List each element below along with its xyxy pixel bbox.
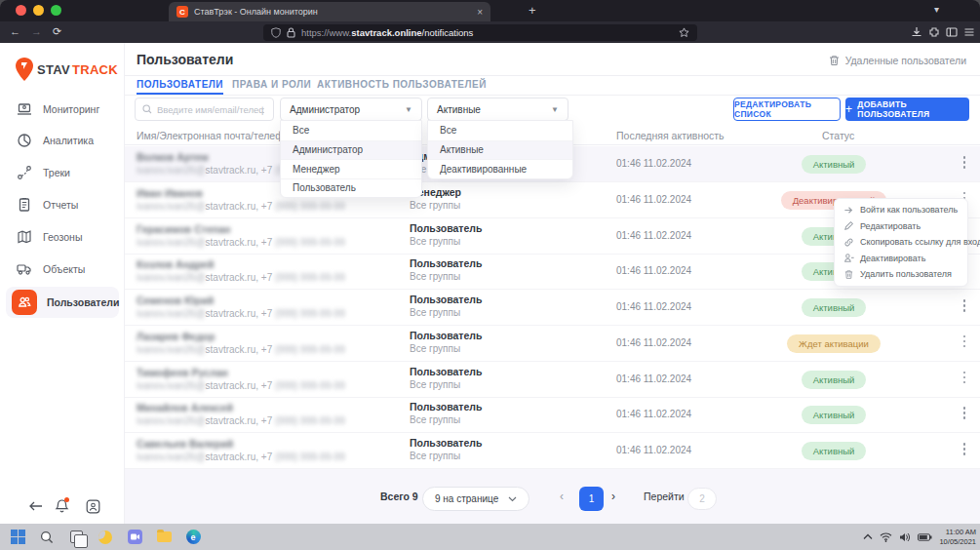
last-activity: 01:46 11.02.2024 [616, 194, 691, 205]
table-row[interactable]: Семенов Юрийivanov.ivan26@stavtrack.ru, … [125, 290, 980, 326]
shield-icon[interactable] [271, 27, 281, 38]
new-tab-button[interactable]: + [529, 3, 536, 18]
context-menu-label: Деактивировать [860, 254, 925, 263]
clock-date: 10/05/2021 [939, 537, 976, 546]
profile-icon[interactable] [86, 499, 100, 514]
file-explorer-button[interactable] [152, 526, 176, 549]
row-kebab-menu-icon[interactable] [959, 443, 970, 458]
sidebar-toggle-icon[interactable] [946, 26, 958, 38]
next-page-button[interactable]: › [611, 469, 615, 524]
tray-expand-chevron-icon[interactable] [863, 533, 873, 540]
row-kebab-menu-icon[interactable] [959, 372, 970, 387]
sidebar-item-geozones[interactable]: Геозоны [6, 222, 119, 252]
phone-blurred: (999) 999-99-99 [275, 415, 345, 426]
window-minimize-icon[interactable] [33, 5, 44, 16]
window-zoom-icon[interactable] [51, 5, 61, 16]
bookmark-star-icon[interactable] [679, 27, 689, 38]
email-blurred: ivanov.ivan26@ [137, 415, 206, 426]
email-visible: stavtrack.ru, +7 [206, 380, 275, 391]
windows-taskbar: e 11:00 AM 10/05/2021 [0, 524, 980, 550]
menu-option[interactable]: Активные [428, 140, 572, 160]
phone-blurred: (999) 999-99-99 [275, 237, 345, 248]
table-row[interactable]: Тимофеев Русланivanov.ivan26@stavtrack.r… [125, 362, 980, 398]
task-view-button[interactable] [64, 526, 88, 549]
menu-option[interactable]: Администратор [281, 140, 421, 160]
email-visible: stavtrack.ru, +7 [206, 201, 275, 212]
status-badge: Активный [802, 442, 867, 460]
address-bar[interactable]: https://www.stavtrack.online/notificatio… [263, 24, 697, 41]
context-menu-label: Скопировать ссылку для входа [860, 237, 980, 247]
taskbar-clock[interactable]: 11:00 AM 10/05/2021 [939, 528, 976, 546]
goto-page-input[interactable]: 2 [687, 488, 717, 510]
extensions-icon[interactable] [928, 26, 940, 38]
login-arrow-icon [843, 205, 854, 216]
last-activity: 01:46 11.02.2024 [616, 337, 691, 348]
sidebar-item-tracks[interactable]: Треки [6, 158, 119, 187]
user-contact: ivanov.ivan26@stavtrack.ru, +7 (999) 999… [137, 201, 345, 212]
user-role: Пользователь [410, 257, 482, 269]
forward-button[interactable]: → [31, 25, 42, 37]
current-page-button[interactable]: 1 [579, 487, 604, 511]
table-row[interactable]: Савельев Валерийivanov.ivan26@stavtrack.… [125, 433, 980, 469]
back-button[interactable]: ← [10, 25, 20, 37]
table-row[interactable]: Михайлов Алексейivanov.ivan26@stavtrack.… [125, 397, 980, 433]
row-kebab-menu-icon[interactable] [959, 299, 970, 315]
table-row[interactable]: Лазарев Федорivanov.ivan26@stavtrack.ru,… [125, 326, 980, 362]
reload-button[interactable]: ⟳ [53, 25, 61, 38]
row-kebab-menu-icon[interactable] [959, 156, 970, 172]
context-menu-item[interactable]: Редактировать [835, 218, 967, 235]
tab-favicon: С [176, 6, 188, 18]
context-menu-item[interactable]: Войти как пользователь [835, 202, 967, 218]
menu-option[interactable]: Все [281, 121, 421, 140]
last-activity: 01:46 11.02.2024 [616, 445, 691, 455]
lock-icon[interactable] [287, 27, 295, 38]
sidebar-item-reports[interactable]: Отчеты [6, 190, 119, 219]
user-role: Пользователь [410, 222, 482, 234]
volume-icon[interactable] [899, 532, 911, 542]
sidebar-item-users[interactable]: Пользователи [6, 287, 119, 318]
sidebar-item-monitoring[interactable]: Мониторинг [6, 95, 119, 124]
edge-browser-button[interactable]: e [181, 526, 205, 549]
widgets-button[interactable] [94, 526, 117, 549]
tab-list-chevron-icon[interactable]: ▾ [934, 4, 939, 15]
status-cell: Активный [761, 370, 907, 389]
row-kebab-menu-icon[interactable] [959, 407, 970, 422]
stavtrack-logo: STAVTRACK [14, 57, 118, 82]
prev-page-button[interactable]: ‹ [560, 469, 564, 524]
sidebar-item-analytics[interactable]: Аналитика [6, 126, 119, 155]
email-visible: stavtrack.ru, +7 [206, 344, 275, 355]
browser-toolbar: ← → ⟳ https://www.stavtrack.online/notif… [0, 21, 980, 43]
start-button[interactable] [6, 526, 29, 549]
download-icon[interactable] [911, 26, 922, 38]
sidebar-item-objects[interactable]: Объекты [6, 255, 119, 284]
window-close-icon[interactable] [16, 5, 26, 16]
status-badge: Активный [802, 155, 867, 174]
menu-option[interactable]: Пользователь [281, 178, 421, 198]
battery-icon[interactable] [918, 533, 932, 541]
menu-hamburger-icon[interactable] [963, 26, 975, 38]
row-context-menu: Войти как пользовательРедактироватьСкопи… [834, 198, 968, 287]
collapse-sidebar-icon[interactable] [29, 500, 43, 512]
menu-option[interactable]: Деактивированные [428, 159, 572, 178]
teams-chat-button[interactable] [123, 526, 146, 549]
status-cell: Активный [761, 154, 907, 174]
browser-tab[interactable]: С СтавТрэк - Онлайн мониторин × [169, 2, 490, 21]
context-menu-label: Удалить пользователя [860, 269, 952, 279]
context-menu-label: Войти как пользователь [860, 205, 958, 215]
tab-close-icon[interactable]: × [477, 7, 483, 18]
menu-option[interactable]: Менеджер [281, 159, 421, 178]
context-menu-item[interactable]: Деактивировать [835, 251, 967, 267]
phone-blurred: (999) 999-99-99 [275, 308, 345, 319]
context-menu-item[interactable]: Скопировать ссылку для входа [835, 234, 967, 251]
logo-pin-icon [14, 57, 35, 82]
taskbar-search-button[interactable] [35, 526, 59, 549]
wifi-icon[interactable] [880, 532, 892, 542]
context-menu-item[interactable]: Удалить пользователя [835, 266, 967, 283]
menu-option[interactable]: Все [428, 121, 572, 140]
chevron-down-icon [508, 496, 517, 502]
phone-blurred: (999) 999-99-99 [275, 452, 345, 462]
phone-blurred: (999) 999-99-99 [275, 344, 345, 355]
task-view-icon [70, 530, 83, 543]
per-page-select[interactable]: 9 на странице [422, 487, 529, 511]
row-kebab-menu-icon[interactable] [959, 335, 970, 351]
